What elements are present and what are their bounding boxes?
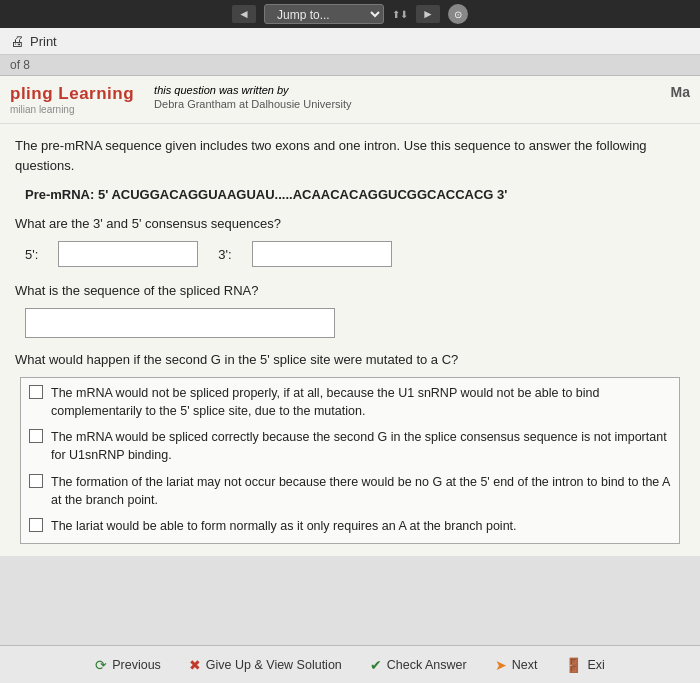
giveup-label: Give Up & View Solution [206, 658, 342, 672]
previous-icon: ⟳ [95, 657, 107, 673]
exit-label: Exi [587, 658, 604, 672]
q1-label: What are the 3' and 5' consensus sequenc… [15, 216, 685, 231]
consensus-input-row: 5': 3': [15, 241, 685, 267]
top-navigation: ◄ Jump to... ⬆⬇ ► ⊙ [0, 0, 700, 28]
premrna-sequence: Pre-mRNA: 5' ACUGGACAGGUAAGUAU.....ACAAC… [15, 187, 685, 202]
option-text-3: The formation of the lariat may not occu… [51, 473, 671, 509]
check-answer-button[interactable]: ✔ Check Answer [364, 653, 473, 677]
previous-button[interactable]: ⟳ Previous [89, 653, 167, 677]
spliced-input-row [15, 308, 685, 338]
five-prime-input[interactable] [58, 241, 198, 267]
q3-label: What would happen if the second G in the… [15, 352, 685, 367]
question-credit: this question was written by Debra Grant… [154, 84, 351, 113]
nav-right-arrow[interactable]: ► [416, 5, 440, 23]
page-count: of 8 [10, 58, 30, 72]
five-prime-label: 5': [25, 247, 38, 262]
nav-circle-button[interactable]: ⊙ [448, 4, 468, 24]
next-button[interactable]: ➤ Next [489, 653, 544, 677]
checkbox-1[interactable] [29, 385, 43, 399]
header-row: pling Learning milian learning this ques… [0, 76, 700, 124]
instruction-text: The pre-mRNA sequence given includes two… [15, 136, 685, 175]
credit-label: this question was written by [154, 84, 351, 96]
check-label: Check Answer [387, 658, 467, 672]
logo-title: pling Learning [10, 84, 134, 104]
check-icon: ✔ [370, 657, 382, 673]
question-area: The pre-mRNA sequence given includes two… [0, 124, 700, 556]
option-item-2: The mRNA would be spliced correctly beca… [29, 428, 671, 464]
spliced-rna-input[interactable] [25, 308, 335, 338]
jump-dropdown[interactable]: Jump to... [264, 4, 384, 24]
print-icon: 🖨 [10, 33, 24, 49]
option-item-1: The mRNA would not be spliced properly, … [29, 384, 671, 420]
checkbox-2[interactable] [29, 429, 43, 443]
exit-icon: 🚪 [565, 657, 582, 673]
checkbox-3[interactable] [29, 474, 43, 488]
logo-area: pling Learning milian learning [10, 84, 134, 115]
next-icon: ➤ [495, 657, 507, 673]
print-label[interactable]: Print [30, 34, 57, 49]
giveup-button[interactable]: ✖ Give Up & View Solution [183, 653, 348, 677]
option-item-4: The lariat would be able to form normall… [29, 517, 671, 535]
corner-label: Ma [671, 84, 690, 100]
bottom-navigation: ⟳ Previous ✖ Give Up & View Solution ✔ C… [0, 645, 700, 683]
logo-subtitle: milian learning [10, 104, 134, 115]
three-prime-input[interactable] [252, 241, 392, 267]
option-text-1: The mRNA would not be spliced properly, … [51, 384, 671, 420]
nav-left-arrow[interactable]: ◄ [232, 5, 256, 23]
option-text-2: The mRNA would be spliced correctly beca… [51, 428, 671, 464]
credit-author: Debra Grantham at Dalhousie University [154, 96, 351, 113]
option-item-3: The formation of the lariat may not occu… [29, 473, 671, 509]
exit-button[interactable]: 🚪 Exi [559, 653, 610, 677]
options-box: The mRNA would not be spliced properly, … [20, 377, 680, 544]
three-prime-label: 3': [218, 247, 231, 262]
previous-label: Previous [112, 658, 161, 672]
giveup-icon: ✖ [189, 657, 201, 673]
checkbox-4[interactable] [29, 518, 43, 532]
print-bar: 🖨 Print [0, 28, 700, 55]
next-label: Next [512, 658, 538, 672]
q2-label: What is the sequence of the spliced RNA? [15, 283, 685, 298]
option-text-4: The lariat would be able to form normall… [51, 517, 517, 535]
page-indicator: of 8 [0, 55, 700, 76]
